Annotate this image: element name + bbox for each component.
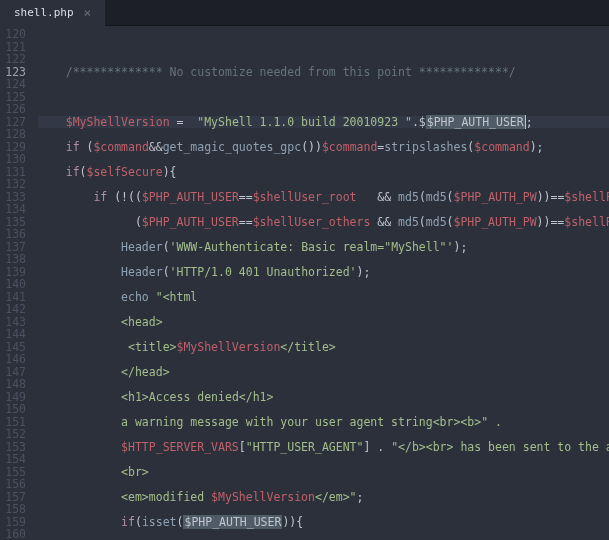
code-line-current: $MyShellVersion = "MyShell 1.1.0 build 2… [38,116,609,129]
code-line: if(isset($PHP_AUTH_USER)){ [38,516,609,529]
code-line [38,91,609,104]
line-number: 158 [4,503,26,516]
code-line: <em>modified $MyShellVersion</em>"; [38,491,609,504]
line-number: 140 [4,278,26,291]
code-line: <h1>Access denied</h1> [38,391,609,404]
line-number: 142 [4,303,26,316]
line-number: 152 [4,428,26,441]
code-line: Header('HTTP/1.0 401 Unauthorized'); [38,266,609,279]
code-line: <title>$MyShellVersion</title> [38,341,609,354]
code-line: echo "<html [38,291,609,304]
line-number: 120 [4,28,26,41]
line-number-gutter: 1201211221231241251261271281291301311321… [0,26,34,540]
line-number: 124 [4,78,26,91]
close-icon[interactable]: × [84,5,92,20]
line-number: 132 [4,178,26,191]
code-line: if($selfSecure){ [38,166,609,179]
line-number: 148 [4,378,26,391]
tab-shell-php[interactable]: shell.php × [0,0,105,26]
code-line: if ($command&&get_magic_quotes_gpc())$co… [38,141,609,154]
selection: $PHP_AUTH_USER [183,515,282,529]
line-number: 144 [4,328,26,341]
line-number: 154 [4,453,26,466]
line-number: 160 [4,528,26,540]
code-line [38,41,609,54]
selection: $PHP_AUTH_USER [426,115,525,129]
line-number: 122 [4,53,26,66]
code-line: <head> [38,316,609,329]
code-line: </head> [38,366,609,379]
code-line: $HTTP_SERVER_VARS["HTTP_USER_AGENT"] . "… [38,441,609,454]
line-number: 150 [4,403,26,416]
tab-filename: shell.php [14,6,74,19]
tab-bar: shell.php × [0,0,609,26]
code-line: a warning message with your user agent s… [38,416,609,429]
line-number: 146 [4,353,26,366]
editor: 1201211221231241251261271281291301311321… [0,26,609,540]
line-number: 134 [4,203,26,216]
code-area[interactable]: /************* No customize needed from … [34,26,609,540]
code-line: Header('WWW-Authenticate: Basic realm="M… [38,241,609,254]
line-number: 138 [4,253,26,266]
code-line: <br> [38,466,609,479]
line-number: 156 [4,478,26,491]
code-line: if (!(($PHP_AUTH_USER==$shellUser_root &… [38,191,609,204]
line-number: 128 [4,128,26,141]
code-line: ($PHP_AUTH_USER==$shellUser_others && md… [38,216,609,229]
line-number: 130 [4,153,26,166]
line-number: 136 [4,228,26,241]
code-line: /************* No customize needed from … [38,66,609,79]
line-number: 126 [4,103,26,116]
